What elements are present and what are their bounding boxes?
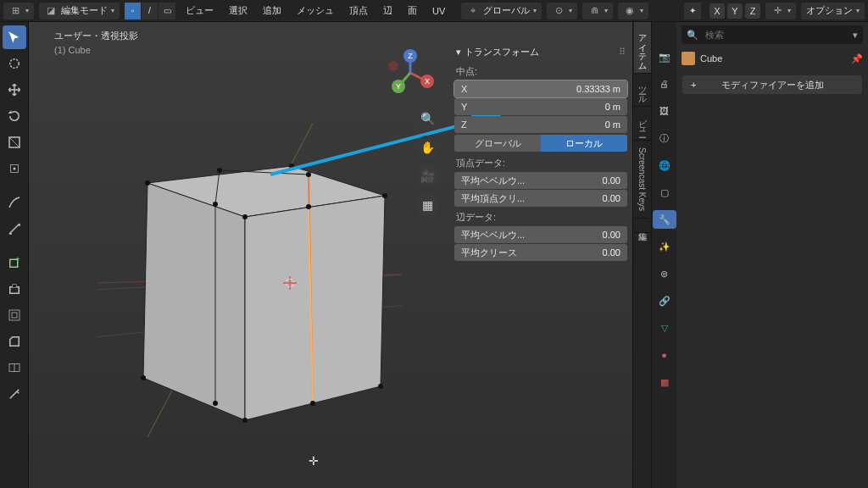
face-select-icon[interactable]: ▭ <box>159 3 175 19</box>
prop-tab-render[interactable]: 📷 <box>653 47 676 66</box>
mouse-cursor-icon: ✛ <box>309 454 319 468</box>
prop-tab-texture[interactable]: ▩ <box>653 373 676 391</box>
space-toggle[interactable]: グローバル ローカル <box>454 135 627 152</box>
menu-add[interactable]: 追加 <box>258 3 287 19</box>
proportional-dropdown[interactable]: ◉▾ <box>618 3 648 19</box>
menu-mesh[interactable]: メッシュ <box>292 3 339 19</box>
properties-search[interactable]: 🔍 ▾ <box>682 25 863 44</box>
menu-edge[interactable]: 辺 <box>378 3 398 19</box>
mode-dropdown[interactable]: ◪編集モード▾ <box>39 3 120 19</box>
prop-tab-output[interactable]: 🖨 <box>653 75 676 93</box>
mean-bevel-vert-field[interactable]: 平均ベベルウ...0.00 <box>454 172 627 189</box>
edge-select-icon[interactable]: / <box>142 3 159 19</box>
median-y-field[interactable]: Y0 m <box>454 98 627 115</box>
snap-toggle[interactable]: ⋒▾ <box>582 3 613 19</box>
orientation-icon: ⌖ <box>466 4 480 18</box>
panel-menu-icon[interactable]: ⠿ <box>619 47 626 58</box>
tool-move[interactable] <box>3 78 26 102</box>
tool-inset[interactable] <box>3 303 26 327</box>
gizmo-settings[interactable]: ✛▾ <box>765 3 796 19</box>
search-options-icon[interactable]: ▾ <box>853 30 858 41</box>
mean-crease-vert-field[interactable]: 平均頂点クリ...0.00 <box>454 190 627 207</box>
object-breadcrumb[interactable]: Cube 📌 <box>682 49 863 68</box>
tab-screencast-keys[interactable]: Screencast Keys <box>635 141 649 219</box>
edit-mode-icon: ◪ <box>44 4 58 18</box>
median-z-field[interactable]: Z0 m <box>454 116 627 133</box>
prop-tab-scene[interactable]: ⓘ <box>653 129 676 147</box>
prop-tab-mesh[interactable]: ▽ <box>653 319 676 337</box>
prop-tab-physics[interactable]: ⊚ <box>653 264 676 283</box>
tool-bevel[interactable] <box>3 330 26 353</box>
tool-cursor[interactable] <box>3 52 26 75</box>
gizmo-x[interactable]: X <box>709 3 725 19</box>
tool-knife[interactable] <box>3 382 26 406</box>
svg-point-23 <box>289 164 294 169</box>
n-panel-tabs: アイテム ツール ビュー Screencast Keys 編集 <box>632 22 651 488</box>
gizmo-z[interactable]: Z <box>745 3 760 19</box>
mean-crease-edge-field[interactable]: 平均クリース0.00 <box>454 244 627 261</box>
tab-view[interactable]: ビュー <box>634 107 651 141</box>
search-input[interactable] <box>704 29 848 41</box>
tool-scale[interactable] <box>3 130 26 154</box>
space-global[interactable]: グローバル <box>454 135 541 152</box>
view-nav-buttons: 🔍 ✋ 🎥 ▦ <box>415 107 439 217</box>
tab-item[interactable]: アイテム <box>634 22 651 74</box>
options-dropdown[interactable]: オプション▾ <box>801 3 865 19</box>
viewport-3d[interactable]: ユーザー・透視投影 (1) Cube <box>29 22 632 488</box>
perspective-icon[interactable]: ▦ <box>415 193 439 217</box>
menu-uv[interactable]: UV <box>427 3 450 19</box>
transform-panel-header[interactable]: ▾トランスフォーム⠿ <box>454 42 627 62</box>
prop-tab-particles[interactable]: ✨ <box>653 237 676 256</box>
gizmo-y[interactable]: Y <box>727 3 743 19</box>
object-name-label: Cube <box>700 53 722 64</box>
tool-transform[interactable] <box>3 157 26 180</box>
menu-vertex[interactable]: 頂点 <box>344 3 373 19</box>
tool-annotate[interactable] <box>3 191 26 214</box>
menu-select[interactable]: 選択 <box>224 3 253 19</box>
svg-point-24 <box>382 193 387 198</box>
svg-point-3 <box>13 168 15 170</box>
svg-point-27 <box>242 418 248 423</box>
prop-tab-object[interactable]: ▢ <box>653 183 676 202</box>
menu-view[interactable]: ビュー <box>181 3 219 19</box>
mean-bevel-edge-field[interactable]: 平均ベベルウ...0.00 <box>454 226 627 243</box>
overlay-object: (1) Cube <box>54 43 138 58</box>
camera-icon[interactable]: 🎥 <box>415 164 439 188</box>
svg-point-22 <box>145 180 150 186</box>
gizmo-xyz[interactable]: X Y Z <box>709 3 760 19</box>
space-local[interactable]: ローカル <box>541 135 627 152</box>
options-label: オプション <box>806 4 853 17</box>
mesh-display-segmented[interactable]: ✦ <box>684 3 701 19</box>
orientation-dropdown[interactable]: ⌖グローバル▾ <box>461 3 542 19</box>
select-mode-segmented[interactable]: ▫ / ▭ <box>125 3 175 19</box>
pan-icon[interactable]: ✋ <box>415 136 439 159</box>
svg-rect-4 <box>9 259 17 267</box>
tool-select-box[interactable] <box>3 25 26 49</box>
menu-face[interactable]: 面 <box>403 3 422 19</box>
pivot-dropdown[interactable]: ⊙▾ <box>547 3 577 19</box>
butterfly-icon[interactable]: ✦ <box>684 3 701 19</box>
tool-extrude[interactable] <box>3 277 26 301</box>
vertex-data-label: 頂点データ: <box>454 153 627 171</box>
tool-measure[interactable] <box>3 217 26 241</box>
tool-loopcut[interactable] <box>3 356 26 380</box>
svg-rect-7 <box>12 313 17 318</box>
navigation-gizmo[interactable]: X Y Z <box>383 46 437 100</box>
prop-tab-viewlayer[interactable]: 🖼 <box>653 102 676 120</box>
vertex-select-icon[interactable]: ▫ <box>125 3 142 19</box>
editor-type-dropdown[interactable]: ⊞▾ <box>3 3 34 19</box>
tool-add-cube[interactable] <box>3 251 26 274</box>
prop-tab-constraints[interactable]: 🔗 <box>653 291 676 310</box>
tool-rotate[interactable] <box>3 104 26 128</box>
prop-tab-material[interactable]: ● <box>653 346 676 364</box>
tab-tool[interactable]: ツール <box>634 74 651 107</box>
edge-data-label: 辺データ: <box>454 208 627 225</box>
add-modifier-button[interactable]: + モディファイアーを追加 <box>682 75 863 95</box>
zoom-icon[interactable]: 🔍 <box>415 107 439 130</box>
median-label: 中点: <box>454 62 627 80</box>
tab-edit[interactable]: 編集 <box>634 219 651 233</box>
median-x-field[interactable]: X0.33333 m <box>454 80 627 97</box>
prop-tab-modifiers[interactable]: 🔧 <box>653 210 676 229</box>
pin-icon[interactable]: 📌 <box>851 53 863 64</box>
prop-tab-world[interactable]: 🌐 <box>653 156 676 175</box>
